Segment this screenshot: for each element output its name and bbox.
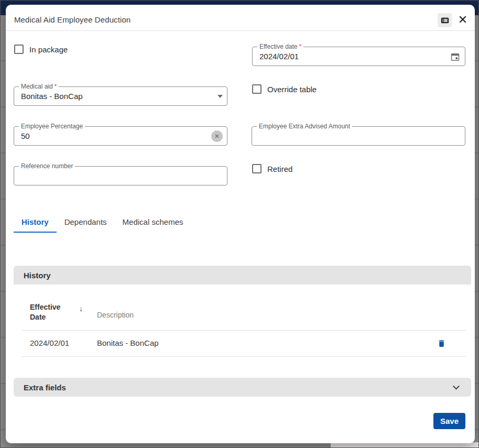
reference-number-input[interactable]: [21, 167, 170, 185]
override-table-label: Override table: [267, 85, 317, 94]
dropdown-caret-icon[interactable]: [217, 95, 223, 98]
audit-log-button[interactable]: [438, 13, 452, 27]
in-package-checkbox[interactable]: In package: [14, 45, 68, 54]
employee-percentage-field: Employee Percentage ✕: [14, 126, 227, 146]
row-effective-date: 2024/02/01: [30, 338, 69, 347]
tab-medical-schemes[interactable]: Medical schemes: [115, 210, 191, 234]
active-tab-underline: [14, 232, 57, 233]
retired-checkbox[interactable]: Retired: [252, 164, 292, 173]
table-divider: [21, 356, 466, 357]
medical-aid-deduction-dialog: Medical Aid Employee Deduction ✕ In pack…: [6, 5, 475, 443]
tab-history[interactable]: History: [14, 210, 57, 234]
screen: Medical Aid Employee Deduction ✕ In pack…: [0, 0, 479, 448]
tab-bar: History Dependants Medical schemes: [14, 210, 191, 234]
trash-icon: [437, 339, 446, 348]
employee-extra-advised-amount-field: Employee Extra Advised Amount: [252, 126, 465, 146]
checkbox-box[interactable]: [252, 164, 262, 173]
dialog-title: Medical Aid Employee Deduction: [14, 15, 130, 24]
checkbox-box[interactable]: [14, 45, 24, 54]
sort-desc-icon[interactable]: ↓: [79, 304, 83, 313]
clear-icon[interactable]: ✕: [211, 130, 223, 142]
retired-label: Retired: [267, 165, 292, 173]
calendar-icon[interactable]: [450, 51, 461, 62]
in-package-label: In package: [29, 45, 68, 54]
medical-aid-field[interactable]: Medical aid* Bonitas - BonCap: [14, 86, 227, 106]
employee-percentage-input[interactable]: [21, 127, 170, 145]
employee-extra-advised-amount-input[interactable]: [259, 127, 408, 145]
save-button[interactable]: Save: [433, 413, 465, 429]
column-header-description[interactable]: Description: [97, 311, 134, 319]
tab-dependants[interactable]: Dependants: [57, 210, 115, 234]
override-table-checkbox[interactable]: Override table: [252, 84, 317, 94]
list-icon: [440, 16, 450, 25]
effective-date-field: Effective date*: [252, 47, 465, 66]
effective-date-input[interactable]: [259, 47, 408, 65]
column-header-effective-date[interactable]: Effective Date: [30, 302, 75, 322]
history-section-title: History: [24, 271, 51, 280]
delete-row-button[interactable]: [436, 337, 447, 349]
history-section-header: History: [14, 266, 471, 285]
extra-fields-title: Extra fields: [24, 383, 66, 392]
checkbox-box[interactable]: [252, 84, 262, 94]
medical-aid-value: Bonitas - BonCap: [21, 87, 83, 105]
row-description: Bonitas - BonCap: [97, 338, 159, 347]
header-divider: [6, 30, 475, 31]
close-icon[interactable]: ✕: [455, 12, 471, 28]
extra-fields-expander[interactable]: Extra fields: [14, 378, 471, 397]
table-divider: [21, 330, 466, 331]
reference-number-field: Reference number: [14, 166, 227, 185]
chevron-down-icon: [453, 383, 460, 390]
